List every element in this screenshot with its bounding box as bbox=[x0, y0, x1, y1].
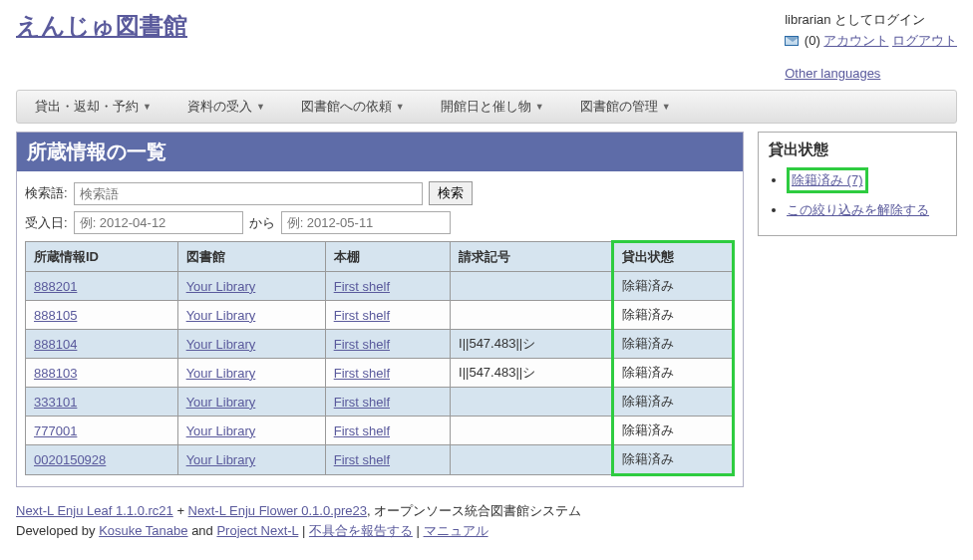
table-row: 0020150928Your LibraryFirst shelf除籍済み bbox=[26, 445, 734, 475]
and-separator: and bbox=[188, 523, 217, 538]
chevron-down-icon: ▼ bbox=[662, 102, 671, 112]
filter-removed-link[interactable]: 除籍済み (7) bbox=[792, 172, 863, 187]
account-link[interactable]: アカウント bbox=[823, 33, 888, 48]
col-id: 所蔵情報ID bbox=[26, 242, 178, 272]
main-content: 所蔵情報の一覧 検索語: 検索 受入日: から 所蔵情報ID 図書館 bbox=[16, 132, 744, 487]
call-number: I||547.483||シ bbox=[451, 359, 613, 388]
shelf-link[interactable]: First shelf bbox=[334, 366, 390, 381]
table-row: 888104Your LibraryFirst shelfI||547.483|… bbox=[26, 330, 734, 359]
report-bug-link[interactable]: 不具合を報告する bbox=[309, 523, 413, 538]
date-label: 受入日: bbox=[25, 214, 68, 232]
menu-events[interactable]: 開館日と催し物▼ bbox=[423, 91, 562, 123]
pipe-separator: | bbox=[298, 523, 309, 538]
enju-flower-link[interactable]: Next-L Enju Flower 0.1.0.pre23 bbox=[188, 503, 367, 518]
page-title: 所蔵情報の一覧 bbox=[17, 133, 743, 171]
project-link[interactable]: Project Next-L bbox=[216, 523, 298, 538]
menu-admin[interactable]: 図書館の管理▼ bbox=[562, 91, 689, 123]
status-cell: 除籍済み bbox=[612, 445, 733, 475]
col-library: 図書館 bbox=[177, 242, 325, 272]
shelf-link[interactable]: First shelf bbox=[334, 337, 390, 352]
library-link[interactable]: Your Library bbox=[186, 395, 256, 410]
item-id-link[interactable]: 0020150928 bbox=[34, 452, 106, 467]
status-cell: 除籍済み bbox=[612, 359, 733, 388]
site-title[interactable]: えんじゅ図書館 bbox=[16, 10, 187, 42]
item-id-link[interactable]: 777001 bbox=[34, 423, 77, 438]
col-call: 請求記号 bbox=[451, 242, 613, 272]
date-separator: から bbox=[249, 214, 275, 232]
chevron-down-icon: ▼ bbox=[396, 102, 405, 112]
search-label: 検索語: bbox=[25, 184, 68, 202]
footer-desc: , オープンソース統合図書館システム bbox=[367, 503, 581, 518]
table-row: 777001Your LibraryFirst shelf除籍済み bbox=[26, 417, 734, 445]
call-number bbox=[451, 301, 613, 330]
table-row: 888103Your LibraryFirst shelfI||547.483|… bbox=[26, 359, 734, 388]
menu-checkout[interactable]: 貸出・返却・予約▼ bbox=[17, 91, 169, 123]
logout-link[interactable]: ログアウト bbox=[892, 33, 957, 48]
shelf-link[interactable]: First shelf bbox=[334, 452, 390, 467]
library-link[interactable]: Your Library bbox=[186, 452, 256, 467]
menu-label: 資料の受入 bbox=[187, 98, 252, 116]
shelf-link[interactable]: First shelf bbox=[334, 279, 390, 294]
library-link[interactable]: Your Library bbox=[186, 308, 256, 323]
chevron-down-icon: ▼ bbox=[535, 102, 544, 112]
status-cell: 除籍済み bbox=[612, 417, 733, 445]
library-link[interactable]: Your Library bbox=[186, 337, 256, 352]
item-id-link[interactable]: 888105 bbox=[34, 308, 77, 323]
library-link[interactable]: Your Library bbox=[186, 279, 256, 294]
status-cell: 除籍済み bbox=[612, 301, 733, 330]
search-input[interactable] bbox=[74, 182, 423, 205]
header-right: librarian としてログイン (0) アカウント ログアウト Other … bbox=[785, 10, 957, 84]
search-button[interactable]: 検索 bbox=[429, 181, 473, 205]
manual-link[interactable]: マニュアル bbox=[424, 523, 488, 538]
status-cell: 除籍済み bbox=[612, 330, 733, 359]
shelf-link[interactable]: First shelf bbox=[334, 395, 390, 410]
pipe-separator: | bbox=[413, 523, 424, 538]
menu-label: 開館日と催し物 bbox=[441, 98, 531, 116]
menu-requests[interactable]: 図書館への依頼▼ bbox=[283, 91, 423, 123]
table-header-row: 所蔵情報ID 図書館 本棚 請求記号 貸出状態 bbox=[26, 242, 734, 272]
item-id-link[interactable]: 888103 bbox=[34, 366, 77, 381]
col-shelf: 本棚 bbox=[325, 242, 450, 272]
shelf-link[interactable]: First shelf bbox=[334, 308, 390, 323]
status-cell: 除籍済み bbox=[612, 388, 733, 417]
footer: Next-L Enju Leaf 1.1.0.rc21 + Next-L Enj… bbox=[16, 501, 957, 540]
author-link[interactable]: Kosuke Tanabe bbox=[99, 523, 187, 538]
status-cell: 除籍済み bbox=[612, 272, 733, 301]
menu-label: 図書館の管理 bbox=[580, 98, 658, 116]
plus-separator: + bbox=[173, 503, 188, 518]
item-id-link[interactable]: 888201 bbox=[34, 279, 77, 294]
menu-acquisition[interactable]: 資料の受入▼ bbox=[169, 91, 283, 123]
menu-label: 図書館への依頼 bbox=[301, 98, 392, 116]
library-link[interactable]: Your Library bbox=[186, 423, 256, 438]
developed-by: Developed by bbox=[16, 523, 99, 538]
login-status: librarian としてログイン bbox=[785, 10, 957, 31]
table-row: 888201Your LibraryFirst shelf除籍済み bbox=[26, 272, 734, 301]
other-languages-link[interactable]: Other languages bbox=[785, 66, 880, 81]
enju-leaf-link[interactable]: Next-L Enju Leaf 1.1.0.rc21 bbox=[16, 503, 173, 518]
table-row: 888105Your LibraryFirst shelf除籍済み bbox=[26, 301, 734, 330]
reset-filter-link[interactable]: この絞り込みを解除する bbox=[787, 202, 929, 217]
call-number bbox=[451, 272, 613, 301]
main-menu: 貸出・返却・予約▼ 資料の受入▼ 図書館への依頼▼ 開館日と催し物▼ 図書館の管… bbox=[16, 90, 957, 124]
item-id-link[interactable]: 333101 bbox=[34, 395, 77, 410]
col-status: 貸出状態 bbox=[612, 242, 733, 272]
menu-label: 貸出・返却・予約 bbox=[35, 98, 139, 116]
item-id-link[interactable]: 888104 bbox=[34, 337, 77, 352]
sidebar: 貸出状態 除籍済み (7) この絞り込みを解除する bbox=[758, 132, 957, 236]
chevron-down-icon: ▼ bbox=[256, 102, 265, 112]
call-number bbox=[451, 388, 613, 417]
items-table: 所蔵情報ID 図書館 本棚 請求記号 貸出状態 888201Your Libra… bbox=[25, 240, 735, 476]
table-row: 333101Your LibraryFirst shelf除籍済み bbox=[26, 388, 734, 417]
mail-icon bbox=[785, 36, 799, 46]
date-to-input[interactable] bbox=[281, 211, 451, 234]
call-number bbox=[451, 417, 613, 445]
library-link[interactable]: Your Library bbox=[186, 366, 256, 381]
chevron-down-icon: ▼ bbox=[143, 102, 152, 112]
message-count: (0) bbox=[805, 33, 820, 48]
call-number bbox=[451, 445, 613, 475]
call-number: I||547.483||シ bbox=[451, 330, 613, 359]
shelf-link[interactable]: First shelf bbox=[334, 423, 390, 438]
date-from-input[interactable] bbox=[74, 211, 243, 234]
sidebar-title: 貸出状態 bbox=[769, 140, 946, 159]
